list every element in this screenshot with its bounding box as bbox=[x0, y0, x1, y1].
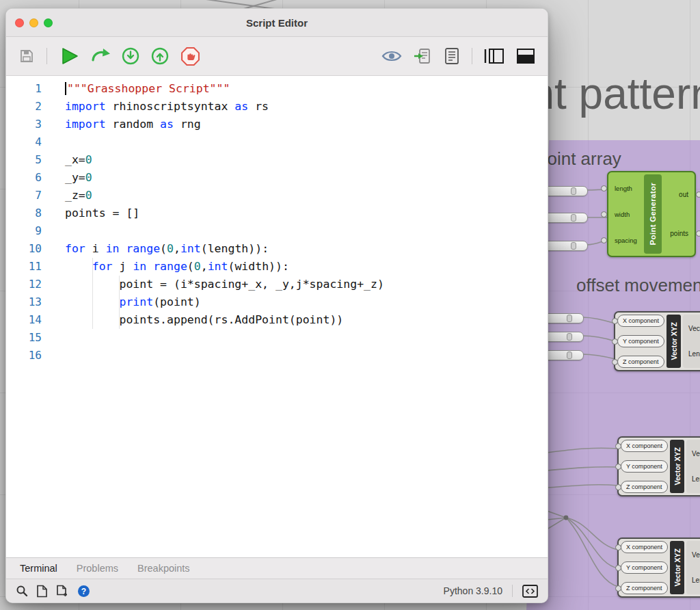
port-dot[interactable] bbox=[601, 211, 607, 217]
output-port-points[interactable]: points bbox=[663, 230, 693, 237]
code-line[interactable]: 6_y=0 bbox=[6, 169, 548, 187]
code-line[interactable]: 7_z=0 bbox=[6, 187, 548, 204]
line-number: 16 bbox=[6, 347, 59, 364]
code-line[interactable]: 16 bbox=[6, 347, 548, 364]
tab-breakpoints[interactable]: Breakpoints bbox=[137, 563, 190, 574]
code-text: _z=0 bbox=[59, 187, 92, 204]
output-port-length[interactable]: Length bbox=[684, 350, 700, 358]
zoom-button[interactable] bbox=[44, 18, 53, 27]
input-port-y[interactable]: Y component bbox=[617, 335, 664, 347]
new-file-button[interactable] bbox=[36, 585, 48, 598]
toggle-sidebar-button[interactable] bbox=[484, 48, 504, 64]
stop-button[interactable] bbox=[180, 47, 200, 66]
insert-script-button[interactable] bbox=[414, 47, 432, 65]
code-line[interactable]: 2import rhinoscriptsyntax as rs bbox=[6, 98, 548, 116]
port-label: Z component bbox=[626, 585, 662, 592]
traffic-lights bbox=[15, 9, 53, 36]
input-port-x[interactable]: X component bbox=[621, 541, 668, 553]
toggle-bottom-panel-button[interactable] bbox=[516, 48, 535, 64]
point-generator-component[interactable]: length width spacing Point Generator out… bbox=[607, 171, 696, 257]
add-file-button[interactable] bbox=[56, 585, 69, 598]
port-dot[interactable] bbox=[615, 443, 621, 449]
input-port-x[interactable]: X component bbox=[617, 315, 664, 327]
output-port-out[interactable]: out bbox=[663, 191, 693, 198]
port-dot[interactable] bbox=[615, 484, 621, 490]
code-line[interactable]: 5_x=0 bbox=[6, 151, 548, 169]
input-port-length[interactable]: length bbox=[610, 185, 643, 192]
port-label: Length bbox=[692, 475, 700, 483]
port-label: X component bbox=[626, 442, 662, 449]
code-line[interactable]: 15 bbox=[6, 329, 548, 347]
port-label: width bbox=[615, 211, 630, 218]
tab-terminal[interactable]: Terminal bbox=[20, 563, 57, 574]
component-name-band[interactable]: Vector XYZ bbox=[667, 315, 681, 368]
run-button[interactable] bbox=[59, 46, 79, 66]
code-line[interactable]: 9 bbox=[6, 222, 548, 240]
port-dot[interactable] bbox=[612, 339, 618, 345]
code-line[interactable]: 3import random as rng bbox=[6, 116, 548, 133]
output-port-vector[interactable]: Vector bbox=[688, 551, 700, 559]
vector-xyz-component[interactable]: X component Y component Z component Vect… bbox=[617, 538, 700, 598]
code-line[interactable]: 1"""Grasshopper Script""" bbox=[6, 80, 548, 98]
code-line[interactable]: 11 for j in range(0,int(width)): bbox=[6, 258, 548, 276]
input-port-z[interactable]: Z component bbox=[621, 481, 668, 493]
preview-button[interactable] bbox=[381, 49, 402, 64]
code-line[interactable]: 4 bbox=[6, 133, 548, 151]
restart-button[interactable] bbox=[91, 47, 110, 65]
code-line[interactable]: 10for i in range(0,int(length)): bbox=[6, 240, 548, 258]
vector-xyz-component[interactable]: X component Y component Z component Vect… bbox=[617, 436, 700, 496]
line-number: 2 bbox=[6, 98, 59, 116]
code-text bbox=[59, 329, 65, 347]
input-port-z[interactable]: Z component bbox=[617, 356, 664, 368]
port-dot[interactable] bbox=[601, 185, 607, 191]
output-port-vector[interactable]: Vector bbox=[684, 325, 700, 332]
code-line[interactable]: 14 points.append(rs.AddPoint(point)) bbox=[6, 311, 548, 329]
search-button[interactable] bbox=[16, 585, 28, 597]
arrow-up-circle-icon bbox=[151, 47, 169, 65]
step-out-button[interactable] bbox=[151, 47, 169, 65]
code-line[interactable]: 13 print(point) bbox=[6, 293, 548, 311]
code-panel-button[interactable] bbox=[522, 585, 538, 598]
save-button[interactable] bbox=[18, 48, 35, 64]
output-port-vector[interactable]: Vector bbox=[688, 450, 700, 458]
port-label: Vector bbox=[688, 325, 700, 332]
input-port-x[interactable]: X component bbox=[621, 440, 668, 452]
line-number: 13 bbox=[6, 293, 59, 311]
port-dot[interactable] bbox=[696, 230, 700, 237]
port-dot[interactable] bbox=[615, 464, 621, 470]
input-port-z[interactable]: Z component bbox=[621, 582, 668, 594]
code-line[interactable]: 12 point = (i*spacing+_x, _y,j*spacing+_… bbox=[6, 276, 548, 293]
step-into-button[interactable] bbox=[122, 47, 139, 65]
component-name-band[interactable]: Point Generator bbox=[644, 174, 662, 254]
port-dot[interactable] bbox=[615, 585, 621, 592]
input-port-y[interactable]: Y component bbox=[621, 460, 668, 473]
component-name-band[interactable]: Vector XYZ bbox=[670, 440, 684, 493]
close-button[interactable] bbox=[15, 18, 24, 27]
input-port-y[interactable]: Y component bbox=[621, 561, 668, 574]
title-bar[interactable]: Script Editor bbox=[6, 9, 548, 37]
tab-problems[interactable]: Problems bbox=[77, 563, 118, 574]
port-dot[interactable] bbox=[601, 237, 607, 243]
code-editor[interactable]: 1"""Grasshopper Script"""2import rhinosc… bbox=[6, 76, 548, 557]
arrow-down-circle-icon bbox=[122, 47, 139, 65]
code-lines: 1"""Grasshopper Script"""2import rhinosc… bbox=[6, 76, 548, 364]
port-dot[interactable] bbox=[612, 359, 618, 365]
component-name-band[interactable]: Vector XYZ bbox=[670, 541, 684, 594]
output-port-length[interactable]: Length bbox=[688, 576, 700, 584]
port-dot[interactable] bbox=[696, 191, 700, 198]
vector-xyz-component[interactable]: X component Y component Z component Vect… bbox=[614, 311, 700, 371]
minimize-button[interactable] bbox=[29, 18, 38, 27]
help-button[interactable]: ? bbox=[77, 585, 90, 598]
port-dot[interactable] bbox=[615, 544, 621, 551]
output-port-length[interactable]: Length bbox=[688, 475, 700, 483]
code-line[interactable]: 8points = [] bbox=[6, 204, 548, 222]
line-number: 7 bbox=[6, 187, 59, 204]
input-port-width[interactable]: width bbox=[610, 211, 643, 218]
svg-text:?: ? bbox=[81, 586, 86, 596]
input-port-spacing[interactable]: spacing bbox=[610, 237, 643, 244]
bottom-panel-icon bbox=[516, 48, 535, 64]
port-dot[interactable] bbox=[612, 318, 618, 324]
script-report-button[interactable] bbox=[444, 47, 460, 65]
port-dot[interactable] bbox=[615, 565, 621, 571]
code-brackets-icon bbox=[522, 585, 538, 598]
